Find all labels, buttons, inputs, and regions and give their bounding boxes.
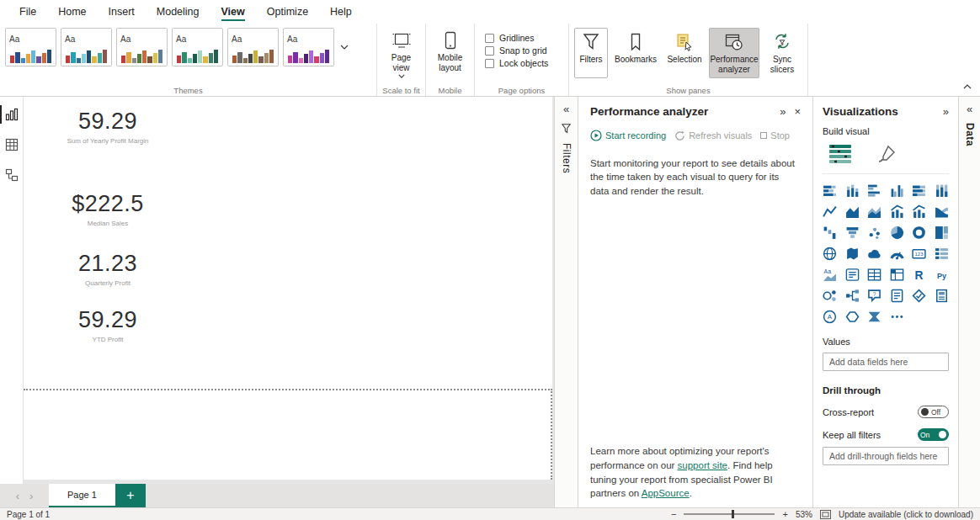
themes-gallery-expand-button[interactable] [338,28,350,66]
expand-data-pane-icon[interactable]: « [967,103,972,114]
snap-to-grid-checkbox[interactable]: Snap to grid [485,45,563,56]
power-apps-icon[interactable] [845,310,860,324]
map-icon[interactable] [823,247,837,261]
collapse-ribbon-icon[interactable] [961,82,973,91]
stacked-bar-chart-icon[interactable] [823,183,837,198]
theme-thumbnail-1[interactable]: Aa [5,28,56,66]
support-site-link[interactable]: support site [678,460,727,470]
smart-narrative-icon[interactable] [890,289,904,303]
card-visual-median-sales[interactable]: $222.5 Median Sales [35,191,180,227]
report-view-button[interactable] [0,102,23,127]
r-script-visual-icon[interactable]: R [912,268,926,282]
refresh-visuals-button[interactable]: Refresh visuals [674,130,752,141]
power-automate-icon[interactable] [867,310,881,324]
matrix-icon[interactable] [890,268,904,282]
line-and-stacked-column-chart-icon[interactable] [890,204,904,219]
theme-thumbnail-2[interactable]: Aa [61,28,112,66]
stop-button[interactable]: Stop [760,130,790,141]
slicer-icon[interactable] [845,268,860,282]
menu-file[interactable]: File [8,0,47,24]
line-chart-icon[interactable] [823,204,837,219]
show-sync-slicers-button[interactable]: Sync slicers [763,28,802,78]
zoom-out-button[interactable]: − [671,509,676,519]
mobile-layout-button[interactable]: Mobile layout [431,28,469,76]
menu-help[interactable]: Help [319,0,363,24]
cross-report-toggle[interactable]: Off [918,406,949,418]
stacked-area-chart-icon[interactable] [867,204,881,219]
menu-optimize[interactable]: Optimize [256,0,319,24]
pie-chart-icon[interactable] [890,226,904,240]
gridlines-checkbox[interactable]: Gridlines [485,33,563,43]
close-performance-pane-icon[interactable]: × [794,105,801,118]
keep-all-filters-toggle[interactable]: On [918,428,949,441]
metrics-icon[interactable] [912,289,926,303]
treemap-icon[interactable] [935,226,949,240]
scatter-chart-icon[interactable] [867,226,881,240]
arcgis-map-icon[interactable]: A [823,310,837,324]
filters-pane-collapsed[interactable]: « Filters [554,97,578,507]
menu-view[interactable]: View [210,0,256,24]
table-view-button[interactable] [0,132,23,157]
zoom-in-button[interactable]: + [782,509,787,519]
clustered-bar-chart-icon[interactable] [867,183,881,198]
theme-thumbnail-4[interactable]: Aa [172,28,223,66]
card-icon[interactable]: 123 [912,247,926,261]
filled-map-icon[interactable] [845,247,860,261]
100-percent-stacked-column-chart-icon[interactable] [935,183,949,198]
next-page-arrow[interactable]: › [29,490,33,502]
azure-map-icon[interactable] [867,247,881,261]
funnel-chart-icon[interactable] [845,226,860,240]
values-field-well[interactable]: Add data fields here [823,353,949,371]
stacked-column-chart-icon[interactable] [845,183,860,198]
line-and-clustered-column-chart-icon[interactable] [912,204,926,219]
ribbon-chart-icon[interactable] [935,204,949,219]
key-influencers-icon[interactable] [823,289,837,303]
theme-thumbnail-5[interactable]: Aa [227,28,279,66]
expand-filters-pane-icon[interactable]: « [563,103,569,114]
expand-performance-pane-icon[interactable]: » [780,105,786,118]
model-view-button[interactable] [0,162,23,188]
card-visual-yearly-profit-margin[interactable]: 59.29 Sum of Yearly Profit Margin [35,109,180,145]
previous-page-arrow[interactable]: ‹ [16,490,19,502]
appsource-link[interactable]: AppSource [642,488,690,498]
fit-to-page-icon[interactable] [820,510,831,519]
expand-visualizations-pane-icon[interactable]: » [943,105,949,118]
new-page-button[interactable]: + [115,484,146,507]
theme-thumbnail-3[interactable]: Aa [116,28,168,66]
get-more-visuals-icon[interactable] [890,310,904,324]
zoom-slider-thumb[interactable] [732,510,734,518]
show-filters-pane-button[interactable]: Filters [574,28,608,78]
q-and-a-icon[interactable]: ? [867,289,881,303]
100-percent-stacked-bar-chart-icon[interactable] [912,183,926,198]
menu-home[interactable]: Home [47,0,97,24]
show-selection-pane-button[interactable]: Selection [663,28,706,78]
page-tab[interactable]: Page 1 [49,484,115,507]
donut-chart-icon[interactable] [912,226,926,240]
paginated-report-icon[interactable] [935,289,949,303]
build-visual-tab[interactable] [828,143,853,165]
multi-row-card-icon[interactable] [935,247,949,261]
card-visual-ytd-profit[interactable]: 59.29 YTD Profit [35,307,180,343]
zoom-slider[interactable] [684,513,775,515]
menu-modeling[interactable]: Modeling [146,0,210,24]
show-performance-analyzer-button[interactable]: Performance analyzer [709,28,759,78]
gauge-icon[interactable] [890,247,904,261]
page-view-button[interactable]: Page view [382,28,420,82]
python-visual-icon[interactable]: Py [935,268,949,282]
data-pane-collapsed[interactable]: « Data [958,97,980,507]
show-bookmarks-pane-button[interactable]: Bookmarks [611,28,660,78]
clustered-column-chart-icon[interactable] [890,183,904,198]
report-page[interactable]: 59.29 Sum of Yearly Profit Margin $222.5… [24,97,552,480]
area-chart-icon[interactable] [845,204,860,219]
lock-objects-checkbox[interactable]: Lock objects [485,58,563,68]
menu-insert[interactable]: Insert [98,0,146,24]
drill-through-field-well[interactable]: Add drill-through fields here [823,447,949,465]
theme-thumbnail-6[interactable]: Aa [283,28,334,66]
table-icon[interactable] [867,268,881,282]
wa​terfall-chart-icon[interactable] [823,226,837,240]
format-visual-tab[interactable] [876,144,897,164]
start-recording-button[interactable]: Start recording [590,130,666,141]
kpi-icon[interactable]: Aa [823,268,837,282]
update-available-link[interactable]: Update available (click to download) [839,510,973,519]
decomposition-tree-icon[interactable] [845,289,860,303]
